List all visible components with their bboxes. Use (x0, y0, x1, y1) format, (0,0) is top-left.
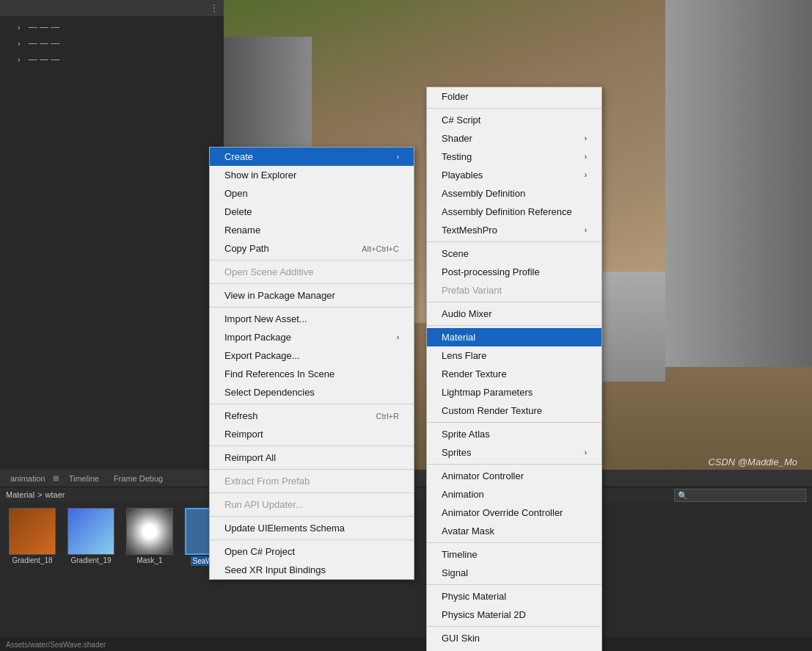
submenu-item-scene[interactable]: Scene (427, 244, 601, 263)
submenu-arrow-icon: › (585, 134, 587, 142)
submenu-item-custom-font[interactable]: Custom Font (427, 647, 601, 651)
asset-item-gradient_19[interactable]: Gradient_19 (65, 508, 117, 564)
menu-item-show-in-explorer[interactable]: Show in Explorer (210, 166, 414, 184)
asset-search-bar[interactable]: 🔍 (674, 489, 806, 502)
submenu-item-label: Sprites (442, 447, 471, 458)
menu-item-label: View in Package Manager (224, 290, 335, 301)
submenu-item-label: Scene (442, 248, 469, 259)
submenu-item-audio-mixer[interactable]: Audio Mixer (427, 305, 601, 323)
submenu-item-post-processing-profile[interactable]: Post-processing Profile (427, 263, 601, 281)
menu-item-label: Import New Asset... (224, 313, 307, 324)
menu-item-label: Delete (224, 206, 252, 217)
submenu-item-testing[interactable]: Testing› (427, 148, 601, 166)
menu-item-label: Find References In Scene (224, 368, 334, 379)
menu-item-reimport[interactable]: Reimport (210, 425, 414, 443)
submenu-item-shader[interactable]: Shader› (427, 129, 601, 148)
asset-thumb-mask_1 (126, 508, 173, 555)
submenu-item-prefab-variant: Prefab Variant (427, 281, 601, 299)
submenu-item-lightmap-parameters[interactable]: Lightmap Parameters (427, 383, 601, 401)
tab-timeline[interactable]: Timeline (62, 473, 106, 484)
menu-item-label: Rename (224, 225, 260, 236)
menu-item-label: Open Scene Additive (224, 266, 313, 277)
submenu-arrow-icon: › (585, 153, 587, 161)
menu-separator (427, 241, 601, 242)
right-submenu: FolderC# ScriptShader›Testing›Playables›… (426, 87, 602, 651)
submenu-item-label: Animator Override Controller (442, 507, 563, 518)
menu-item-seed-xr-input[interactable]: Seed XR Input Bindings (210, 561, 414, 579)
menu-item-copy-path[interactable]: Copy PathAlt+Ctrl+C (210, 239, 414, 258)
menu-item-import-new-asset[interactable]: Import New Asset... (210, 310, 414, 328)
submenu-item-label: Custom Render Texture (442, 405, 542, 416)
submenu-item-animation[interactable]: Animation (427, 485, 601, 503)
expand-arrow-3[interactable]: › (12, 54, 26, 65)
submenu-item-label: Post-processing Profile (442, 266, 540, 277)
menu-item-label: Extract From Prefab (224, 476, 310, 487)
submenu-item-label: Audio Mixer (442, 308, 492, 319)
submenu-item-physics-material-2d[interactable]: Physics Material 2D (427, 605, 601, 624)
submenu-item-timeline[interactable]: Timeline (427, 545, 601, 564)
submenu-item-animator-controller[interactable]: Animator Controller (427, 467, 601, 485)
menu-separator (210, 307, 414, 308)
menu-item-label: Refresh (224, 410, 258, 421)
submenu-item-csharp-script[interactable]: C# Script (427, 111, 601, 129)
menu-item-label: Reimport (224, 429, 263, 440)
menu-item-rename[interactable]: Rename (210, 221, 414, 239)
submenu-item-assembly-definition-ref[interactable]: Assembly Definition Reference (427, 203, 601, 221)
menu-item-import-package[interactable]: Import Package› (210, 328, 414, 346)
menu-item-open-csharp-project[interactable]: Open C# Project (210, 542, 414, 561)
submenu-item-label: Sprite Atlas (442, 429, 490, 440)
panel-menu-icon[interactable]: ⋮ (209, 2, 219, 14)
submenu-item-material[interactable]: Material (427, 328, 601, 346)
menu-item-label: Import Package (224, 332, 291, 343)
menu-item-find-references[interactable]: Find References In Scene (210, 365, 414, 383)
left-panel-item-2: › — — — (0, 35, 224, 51)
left-panel-item-3: › — — — (0, 51, 224, 68)
menu-item-refresh[interactable]: RefreshCtrl+R (210, 407, 414, 425)
scene-wall-right (665, 0, 812, 367)
menu-item-delete[interactable]: Delete (210, 203, 414, 221)
submenu-item-label: Render Texture (442, 368, 507, 379)
asset-label: Gradient_19 (70, 556, 111, 564)
left-panel: ⋮ › — — — › — — — › — — — (0, 0, 224, 470)
submenu-item-sprite-atlas[interactable]: Sprite Atlas (427, 425, 601, 443)
menu-separator (427, 542, 601, 543)
submenu-item-lens-flare[interactable]: Lens Flare (427, 346, 601, 365)
submenu-item-assembly-definition[interactable]: Assembly Definition (427, 184, 601, 203)
submenu-item-label: Assembly Definition Reference (442, 206, 572, 217)
submenu-item-sprites[interactable]: Sprites› (427, 443, 601, 462)
submenu-arrow-icon: › (585, 448, 587, 457)
submenu-item-physic-material[interactable]: Physic Material (427, 587, 601, 605)
menu-item-label: Create (224, 151, 253, 162)
menu-item-label: Export Package... (224, 350, 300, 361)
submenu-item-signal[interactable]: Signal (427, 564, 601, 582)
menu-item-open-scene-additive: Open Scene Additive (210, 263, 414, 281)
submenu-item-animator-override-controller[interactable]: Animator Override Controller (427, 503, 601, 522)
tab-animation[interactable]: animation (3, 473, 53, 484)
menu-item-create[interactable]: Create› (210, 148, 414, 166)
submenu-item-avatar-mask[interactable]: Avatar Mask (427, 522, 601, 540)
left-context-menu: Create›Show in ExplorerOpenDeleteRenameC… (209, 147, 414, 580)
breadcrumb-separator: > (37, 490, 42, 499)
expand-arrow-1[interactable]: › (12, 22, 26, 33)
menu-item-update-ui-elements[interactable]: Update UIElements Schema (210, 519, 414, 537)
asset-item-gradient_18[interactable]: Gradient_18 (6, 508, 59, 564)
menu-item-select-dependencies[interactable]: Select Dependencies (210, 383, 414, 401)
menu-item-reimport-all[interactable]: Reimport All (210, 448, 414, 467)
expand-arrow-2[interactable]: › (12, 38, 26, 49)
menu-item-export-package[interactable]: Export Package... (210, 346, 414, 365)
submenu-item-label: C# Script (442, 114, 480, 126)
submenu-item-gui-skin[interactable]: GUI Skin (427, 629, 601, 647)
submenu-item-label: Physic Material (442, 591, 506, 602)
submenu-item-folder[interactable]: Folder (427, 87, 601, 106)
submenu-item-playables[interactable]: Playables› (427, 166, 601, 184)
menu-separator (210, 404, 414, 404)
menu-item-view-in-package-manager[interactable]: View in Package Manager (210, 286, 414, 305)
menu-item-open[interactable]: Open (210, 184, 414, 203)
menu-separator (427, 464, 601, 465)
submenu-item-label: Lightmap Parameters (442, 387, 533, 398)
submenu-item-textmeshpro[interactable]: TextMeshPro› (427, 221, 601, 239)
submenu-item-custom-render-texture[interactable]: Custom Render Texture (427, 401, 601, 420)
submenu-item-render-texture[interactable]: Render Texture (427, 365, 601, 383)
tab-frame-debug[interactable]: Frame Debug (106, 473, 170, 484)
asset-item-mask_1[interactable]: Mask_1 (123, 508, 176, 564)
